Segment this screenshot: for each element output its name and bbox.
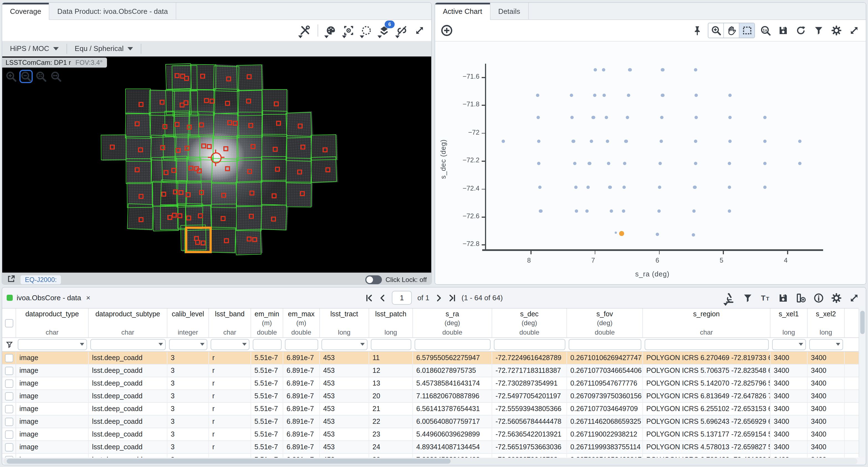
data-point[interactable] [799, 140, 802, 143]
tab-coverage[interactable]: Coverage [2, 3, 50, 20]
data-point[interactable] [592, 116, 595, 119]
sky-coverage-map[interactable]: LSSTComCam: DP1 r FOV:3.4° [2, 57, 431, 272]
data-point[interactable] [537, 140, 540, 143]
row-checkbox[interactable] [5, 366, 13, 375]
data-point[interactable] [799, 162, 802, 165]
column-header-s_xel2[interactable]: s_xel2long [808, 308, 845, 337]
data-point[interactable] [574, 186, 578, 189]
filter-input-s_dec[interactable] [494, 339, 565, 350]
table-row[interactable]: imagelsst.deep_coadd3r5.51e-76.891e-7453… [2, 403, 859, 415]
external-link-icon[interactable] [7, 274, 16, 285]
filter-input-lsst_tract[interactable] [321, 339, 368, 350]
layers-button[interactable]: 6 [377, 23, 391, 38]
vertical-scrollbar[interactable] [859, 308, 865, 457]
data-point[interactable] [628, 68, 631, 72]
data-point[interactable] [570, 93, 573, 97]
zoom-fill-button[interactable] [49, 70, 63, 83]
row-checkbox[interactable] [5, 418, 13, 426]
data-point[interactable] [622, 209, 625, 213]
data-point[interactable] [728, 93, 732, 97]
row-checkbox[interactable] [5, 430, 13, 438]
row-checkbox[interactable] [5, 392, 13, 400]
expand-button[interactable] [847, 23, 861, 38]
projection-dropdown[interactable]: Equ / Spherical [67, 41, 141, 56]
save-button[interactable] [776, 291, 790, 305]
table-row[interactable]: imagelsst.deep_coadd3r5.51e-76.891e-7453… [2, 454, 859, 458]
column-header-lsst_tract[interactable]: lsst_tractlong [320, 308, 369, 337]
filter-input-dataproduct_subtype[interactable] [90, 339, 166, 350]
data-point[interactable] [692, 209, 695, 213]
data-point[interactable] [658, 186, 661, 189]
add-chart-button[interactable] [439, 23, 454, 38]
filter-input-lsst_patch[interactable] [371, 339, 411, 350]
column-header-em_min[interactable]: em_min(m)double [251, 308, 283, 337]
data-point[interactable] [593, 93, 596, 97]
filter-input-s_region[interactable] [645, 339, 769, 350]
data-point[interactable] [728, 140, 732, 143]
data-point[interactable] [763, 186, 766, 189]
select-button[interactable] [739, 23, 754, 38]
data-point[interactable] [575, 209, 579, 213]
data-point[interactable] [610, 209, 613, 213]
info-button[interactable] [811, 291, 826, 305]
data-point[interactable] [694, 68, 697, 72]
filter-input-s_fov[interactable] [569, 339, 641, 350]
data-point[interactable] [538, 186, 542, 189]
scatter-chart[interactable]: −71.6−71.8−72−72.2−72.4−72.6−72.887654s_… [435, 41, 866, 284]
recenter-button[interactable] [341, 23, 356, 38]
column-header-s_dec[interactable]: s_dec(deg)double [492, 308, 567, 337]
unlink-button[interactable] [395, 23, 409, 38]
data-point[interactable] [659, 140, 663, 143]
data-point[interactable] [594, 68, 597, 72]
zoom-1x-button[interactable]: 1x [758, 23, 773, 38]
highlighted-data-point[interactable] [619, 231, 624, 236]
column-header-s_ra[interactable]: s_ra(deg)double [413, 308, 492, 337]
zoom-fit-button[interactable] [34, 70, 48, 83]
column-header-dataproduct_type[interactable]: dataproduct_typechar [16, 308, 89, 337]
data-point[interactable] [623, 162, 626, 165]
data-point[interactable] [627, 93, 630, 97]
filter-input-s_xel2[interactable] [809, 339, 843, 350]
scrollbar-handle[interactable] [7, 459, 451, 464]
data-point[interactable] [573, 162, 577, 165]
data-point[interactable] [570, 116, 574, 119]
data-point[interactable] [586, 186, 590, 189]
data-point[interactable] [694, 162, 697, 165]
close-icon[interactable]: × [85, 294, 90, 302]
column-header-s_xel1[interactable]: s_xel1long [770, 308, 808, 337]
table-row[interactable]: imagelsst.deep_coadd3r5.51e-76.891e-7453… [2, 441, 859, 454]
filter-input-lsst_band[interactable] [211, 339, 249, 350]
gear-button[interactable] [829, 291, 844, 305]
first-page-button[interactable] [365, 294, 373, 302]
text-view-button[interactable]: TT [758, 291, 773, 305]
table-tab[interactable]: ivoa.ObsCore - data × [7, 294, 90, 302]
data-point[interactable] [622, 186, 626, 189]
tab-data-product-ivoa-obscore-data[interactable]: Data Product: ivoa.ObsCore - data [50, 3, 176, 20]
prev-page-button[interactable] [379, 294, 386, 302]
data-point[interactable] [728, 186, 731, 189]
data-point[interactable] [608, 186, 612, 189]
data-point[interactable] [763, 116, 766, 119]
data-point[interactable] [590, 140, 593, 143]
filter-button[interactable] [741, 291, 755, 305]
tab-details[interactable]: Details [491, 3, 529, 20]
pin-button[interactable] [690, 23, 705, 38]
data-point[interactable] [572, 140, 575, 143]
hips-moc-dropdown[interactable]: HiPS / MOC [2, 41, 66, 56]
data-point[interactable] [585, 209, 589, 213]
next-page-button[interactable] [435, 294, 442, 302]
expand-button[interactable] [412, 23, 427, 38]
filter-input-dataproduct_type[interactable] [18, 339, 87, 350]
column-header-s_fov[interactable]: s_fov(deg)double [567, 308, 643, 337]
data-point[interactable] [660, 116, 664, 119]
data-point[interactable] [604, 116, 608, 119]
data-point[interactable] [536, 93, 539, 97]
data-point[interactable] [763, 140, 766, 143]
data-point[interactable] [539, 209, 542, 213]
data-point[interactable] [661, 93, 664, 97]
horizontal-scrollbar[interactable] [3, 458, 858, 464]
data-point[interactable] [602, 93, 606, 97]
data-point[interactable] [537, 162, 540, 165]
row-checkbox[interactable] [5, 456, 13, 458]
data-point[interactable] [763, 162, 766, 165]
